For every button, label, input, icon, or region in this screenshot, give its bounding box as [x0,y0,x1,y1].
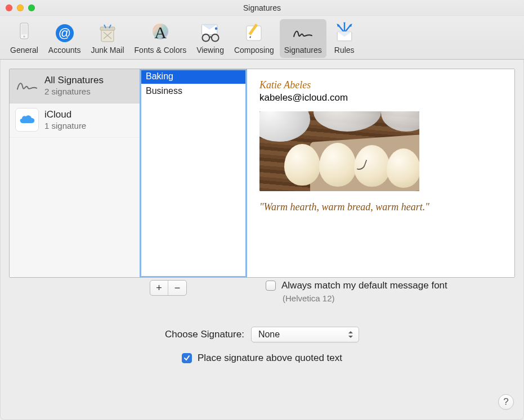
svg-point-2 [23,35,25,37]
preview-image [259,111,419,191]
tab-viewing[interactable]: Viewing [192,19,229,58]
svg-rect-6 [100,27,115,30]
always-match-font-label: Always match my default message font [281,280,447,291]
preview-name: Katie Abeles [259,79,502,91]
tab-fonts-colors[interactable]: A Fonts & Colors [130,19,191,58]
signature-scribble-icon [15,74,39,97]
svg-point-15 [211,34,218,42]
tab-junk-mail[interactable]: Junk Mail [86,19,128,58]
remove-signature-button[interactable]: − [168,281,186,295]
svg-point-13 [214,28,217,30]
signature-item-baking[interactable]: Baking [140,69,247,84]
svg-marker-25 [348,336,353,338]
composing-icon [242,21,266,45]
signature-preview[interactable]: Katie Abeles kabeles@icloud.com "Warm he… [247,69,514,277]
choose-signature-label: Choose Signature: [165,329,244,340]
traffic-lights [6,4,35,11]
preferences-toolbar: General @ Accounts Junk Ma [0,16,524,60]
choose-signature-row: Choose Signature: None [165,327,359,342]
tab-rules-label: Rules [334,46,355,55]
accounts-icon: @ [53,21,77,45]
tab-signatures-label: Signatures [284,46,322,55]
checkbox-icon [182,353,192,363]
tab-signatures[interactable]: Signatures [280,19,326,58]
lower-options: Choose Signature: None Place signature a… [9,327,515,364]
place-signature-label: Place signature above quoted text [198,353,342,364]
preview-email: kabeles@icloud.com [259,92,502,103]
general-icon [12,21,36,45]
account-all-signatures[interactable]: All Signatures 2 signatures [10,69,140,103]
accounts-list[interactable]: All Signatures 2 signatures iCloud 1 sig… [10,69,140,277]
add-signature-button[interactable]: + [150,281,168,295]
svg-text:@: @ [58,26,70,40]
always-match-font-checkbox[interactable]: Always match my default message font [266,280,447,291]
tab-fonts-colors-label: Fonts & Colors [135,46,187,55]
account-title: All Signatures [44,75,104,86]
help-button[interactable]: ? [498,394,514,410]
fonts-colors-icon: A [149,21,172,45]
popup-arrows-icon [346,329,355,340]
choose-signature-value: None [258,329,280,340]
close-window-button[interactable] [6,4,12,11]
svg-marker-20 [343,22,346,25]
tab-rules[interactable]: Rules [328,19,361,58]
rules-icon [333,21,356,45]
tab-general-label: General [10,46,38,55]
zoom-window-button[interactable] [28,4,35,11]
signature-item-business[interactable]: Business [140,84,247,98]
signatures-panes: All Signatures 2 signatures iCloud 1 sig… [9,69,515,278]
svg-rect-1 [21,24,27,34]
tab-composing-label: Composing [234,46,274,55]
tab-general[interactable]: General [6,19,43,58]
default-font-caption: (Helvetica 12) [283,293,447,303]
preferences-window: Signatures General @ Accounts [0,0,524,420]
place-signature-above-checkbox[interactable]: Place signature above quoted text [182,353,342,364]
svg-point-14 [202,34,209,42]
tab-viewing-label: Viewing [196,46,224,55]
content-area: All Signatures 2 signatures iCloud 1 sig… [0,60,524,420]
signature-list-pane: Baking Business [140,69,247,277]
choose-signature-popup[interactable]: None [251,327,359,342]
add-remove-group: + − [150,280,187,296]
tab-accounts-label: Accounts [48,46,81,55]
account-subtitle: 1 signature [44,121,86,130]
signature-list[interactable]: Baking Business [140,69,247,277]
viewing-icon [199,21,222,45]
svg-marker-24 [348,331,353,333]
icloud-icon [15,108,39,132]
account-subtitle: 2 signatures [44,87,104,96]
tab-accounts[interactable]: @ Accounts [44,19,86,58]
tab-junk-mail-label: Junk Mail [91,46,124,55]
signatures-icon [291,21,315,45]
account-title: iCloud [44,109,86,120]
svg-text:A: A [154,23,167,42]
checkbox-icon [266,281,276,291]
match-font-block: Always match my default message font (He… [266,280,447,303]
minimize-window-button[interactable] [17,4,24,11]
window-title: Signatures [0,3,524,12]
tab-composing[interactable]: Composing [230,19,279,58]
account-icloud[interactable]: iCloud 1 signature [10,103,140,138]
junk-mail-icon [96,21,119,45]
under-panes-row: + − Always match my default message font… [9,280,515,303]
preview-quote: "Warm hearth, warm bread, warm heart." [259,201,502,213]
titlebar: Signatures [0,0,524,16]
